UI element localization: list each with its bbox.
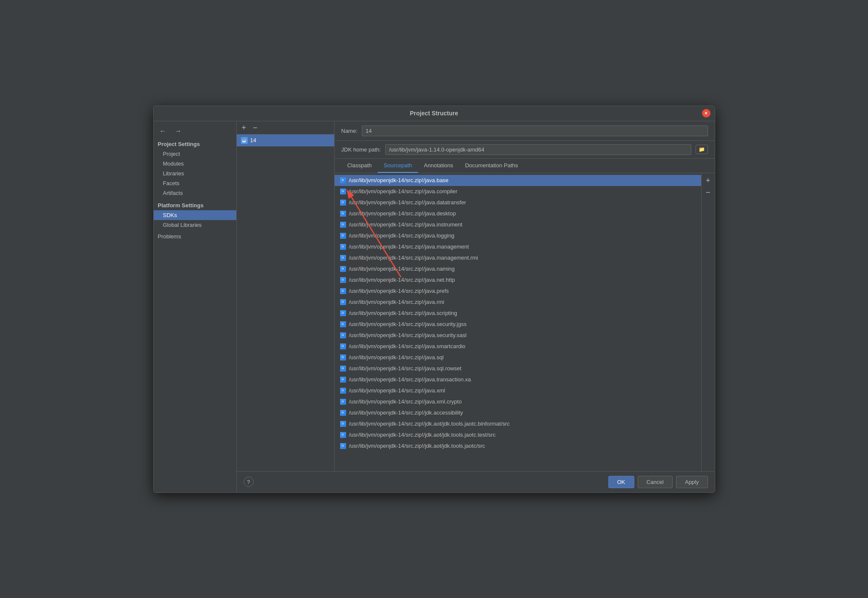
ok-button[interactable]: OK xyxy=(608,476,634,488)
paths-content: ≡ /usr/lib/jvm/openjdk-14/src.zip!/java.… xyxy=(335,173,715,471)
path-item[interactable]: ≡ /usr/lib/jvm/openjdk-14/src.zip!/java.… xyxy=(335,175,701,186)
path-item[interactable]: ≡ /usr/lib/jvm/openjdk-14/src.zip!/java.… xyxy=(335,208,701,219)
path-icon: ≡ xyxy=(340,232,347,239)
path-item[interactable]: ≡ /usr/lib/jvm/openjdk-14/src.zip!/java.… xyxy=(335,374,701,385)
sidebar-item-global-libraries[interactable]: Global Libraries xyxy=(154,220,236,230)
tabs-row: Classpath Sourcepath Annotations Documen… xyxy=(335,159,715,173)
path-icon: ≡ xyxy=(340,243,347,250)
path-item[interactable]: ≡ /usr/lib/jvm/openjdk-14/src.zip!/java.… xyxy=(335,219,701,230)
sidebar-item-problems[interactable]: Problems xyxy=(154,230,236,241)
path-item[interactable]: ≡ /usr/lib/jvm/openjdk-14/src.zip!/jdk.a… xyxy=(335,429,701,441)
remove-sdk-button[interactable]: − xyxy=(251,124,259,132)
browse-folder-button[interactable]: 📁 xyxy=(696,145,708,154)
bottom-actions: OK Cancel Apply xyxy=(608,476,708,488)
jdk-row: JDK home path: 📁 xyxy=(335,141,715,159)
path-item[interactable]: ≡ /usr/lib/jvm/openjdk-14/src.zip!/java.… xyxy=(335,230,701,241)
path-item[interactable]: ≡ /usr/lib/jvm/openjdk-14/src.zip!/jdk.a… xyxy=(335,407,701,418)
path-text: /usr/lib/jvm/openjdk-14/src.zip!/java.tr… xyxy=(349,376,471,383)
path-icon: ≡ xyxy=(340,365,347,372)
path-text: /usr/lib/jvm/openjdk-14/src.zip!/java.na… xyxy=(349,266,455,272)
middle-panel: + − ☕ 14 Name: xyxy=(237,121,715,471)
path-icon: ≡ xyxy=(340,332,347,339)
path-item[interactable]: ≡ /usr/lib/jvm/openjdk-14/src.zip!/java.… xyxy=(335,341,701,352)
path-item[interactable]: ≡ /usr/lib/jvm/openjdk-14/src.zip!/java.… xyxy=(335,241,701,252)
tab-documentation-paths[interactable]: Documentation Paths xyxy=(459,159,524,173)
path-icon: ≡ xyxy=(340,387,347,394)
path-icon: ≡ xyxy=(340,210,347,217)
path-text: /usr/lib/jvm/openjdk-14/src.zip!/java.ma… xyxy=(349,255,478,261)
sidebar-item-libraries[interactable]: Libraries xyxy=(154,169,236,178)
content-area: Name: JDK home path: 📁 Classpath Sourcep… xyxy=(335,121,715,471)
path-text: /usr/lib/jvm/openjdk-14/src.zip!/jdk.acc… xyxy=(349,409,463,416)
tab-annotations[interactable]: Annotations xyxy=(418,159,459,173)
path-item[interactable]: ≡ /usr/lib/jvm/openjdk-14/src.zip!/java.… xyxy=(335,297,701,308)
path-text: /usr/lib/jvm/openjdk-14/src.zip!/java.xm… xyxy=(349,398,462,405)
tab-sourcepath[interactable]: Sourcepath xyxy=(378,159,418,173)
path-icon: ≡ xyxy=(340,409,347,416)
path-text: /usr/lib/jvm/openjdk-14/src.zip!/java.sq… xyxy=(349,365,461,372)
path-text: /usr/lib/jvm/openjdk-14/src.zip!/jdk.aot… xyxy=(349,443,485,449)
path-icon: ≡ xyxy=(340,221,347,228)
path-item[interactable]: ≡ /usr/lib/jvm/openjdk-14/src.zip!/java.… xyxy=(335,197,701,208)
path-icon: ≡ xyxy=(340,288,347,295)
path-text: /usr/lib/jvm/openjdk-14/src.zip!/java.co… xyxy=(349,188,458,195)
path-item[interactable]: ≡ /usr/lib/jvm/openjdk-14/src.zip!/java.… xyxy=(335,186,701,197)
path-item[interactable]: ≡ /usr/lib/jvm/openjdk-14/src.zip!/jdk.a… xyxy=(335,441,701,452)
path-icon: ≡ xyxy=(340,398,347,405)
path-item[interactable]: ≡ /usr/lib/jvm/openjdk-14/src.zip!/java.… xyxy=(335,263,701,275)
path-item[interactable]: ≡ /usr/lib/jvm/openjdk-14/src.zip!/java.… xyxy=(335,363,701,374)
path-item[interactable]: ≡ /usr/lib/jvm/openjdk-14/src.zip!/jdk.a… xyxy=(335,418,701,429)
sdk-label: 14 xyxy=(250,137,256,143)
help-button[interactable]: ? xyxy=(243,477,254,487)
tab-classpath[interactable]: Classpath xyxy=(341,159,378,173)
forward-button[interactable]: → xyxy=(172,126,184,136)
sdk-list: ☕ 14 xyxy=(237,134,334,471)
path-item[interactable]: ≡ /usr/lib/jvm/openjdk-14/src.zip!/java.… xyxy=(335,352,701,363)
path-item[interactable]: ≡ /usr/lib/jvm/openjdk-14/src.zip!/java.… xyxy=(335,385,701,396)
path-item[interactable]: ≡ /usr/lib/jvm/openjdk-14/src.zip!/java.… xyxy=(335,286,701,297)
path-item[interactable]: ≡ /usr/lib/jvm/openjdk-14/src.zip!/java.… xyxy=(335,330,701,341)
path-item[interactable]: ≡ /usr/lib/jvm/openjdk-14/src.zip!/java.… xyxy=(335,308,701,319)
right-panel: + − ☕ 14 Name: xyxy=(237,121,715,492)
sidebar-item-sdks[interactable]: SDKs xyxy=(154,210,236,220)
path-text: /usr/lib/jvm/openjdk-14/src.zip!/java.sq… xyxy=(349,354,444,361)
path-icon: ≡ xyxy=(340,277,347,283)
path-text: /usr/lib/jvm/openjdk-14/src.zip!/jdk.aot… xyxy=(349,432,496,438)
name-input[interactable] xyxy=(362,126,708,136)
sidebar-item-modules[interactable]: Modules xyxy=(154,159,236,169)
sdk-list-toolbar: + − xyxy=(237,121,334,134)
jdk-path-input[interactable] xyxy=(385,144,691,155)
path-text: /usr/lib/jvm/openjdk-14/src.zip!/java.ne… xyxy=(349,277,455,283)
sidebar: ← → Project Settings Project Modules Lib… xyxy=(154,121,237,492)
path-item[interactable]: ≡ /usr/lib/jvm/openjdk-14/src.zip!/java.… xyxy=(335,396,701,407)
path-icon: ≡ xyxy=(340,432,347,438)
path-icon: ≡ xyxy=(340,376,347,383)
path-icon: ≡ xyxy=(340,266,347,272)
path-text: /usr/lib/jvm/openjdk-14/src.zip!/java.rm… xyxy=(349,299,444,305)
sdk-list-panel: + − ☕ 14 xyxy=(237,121,335,471)
jdk-label: JDK home path: xyxy=(341,146,381,153)
path-item[interactable]: ≡ /usr/lib/jvm/openjdk-14/src.zip!/java.… xyxy=(335,252,701,263)
title-bar: Project Structure × xyxy=(154,106,715,121)
back-button[interactable]: ← xyxy=(157,126,169,136)
add-sdk-button[interactable]: + xyxy=(240,124,248,132)
cancel-button[interactable]: Cancel xyxy=(638,476,673,488)
add-path-button[interactable]: + xyxy=(703,175,713,186)
path-item[interactable]: ≡ /usr/lib/jvm/openjdk-14/src.zip!/java.… xyxy=(335,319,701,330)
path-item[interactable]: ≡ /usr/lib/jvm/openjdk-14/src.zip!/java.… xyxy=(335,275,701,286)
path-text: /usr/lib/jvm/openjdk-14/src.zip!/java.ma… xyxy=(349,243,469,250)
bottom-bar: ? OK Cancel Apply xyxy=(237,471,715,492)
paths-list: ≡ /usr/lib/jvm/openjdk-14/src.zip!/java.… xyxy=(335,173,701,471)
sidebar-item-project[interactable]: Project xyxy=(154,149,236,159)
project-structure-dialog: Project Structure × ← → Project Settings… xyxy=(153,106,715,493)
project-settings-header: Project Settings xyxy=(154,139,236,149)
apply-button[interactable]: Apply xyxy=(676,476,708,488)
path-text: /usr/lib/jvm/openjdk-14/src.zip!/java.ba… xyxy=(349,177,449,183)
sdk-item-14[interactable]: ☕ 14 xyxy=(237,134,334,146)
path-icon: ≡ xyxy=(340,354,347,361)
sidebar-item-artifacts[interactable]: Artifacts xyxy=(154,188,236,198)
sidebar-item-facets[interactable]: Facets xyxy=(154,178,236,188)
path-text: /usr/lib/jvm/openjdk-14/src.zip!/java.xm… xyxy=(349,387,445,394)
close-button[interactable]: × xyxy=(702,109,710,117)
remove-path-button[interactable]: − xyxy=(703,187,713,198)
